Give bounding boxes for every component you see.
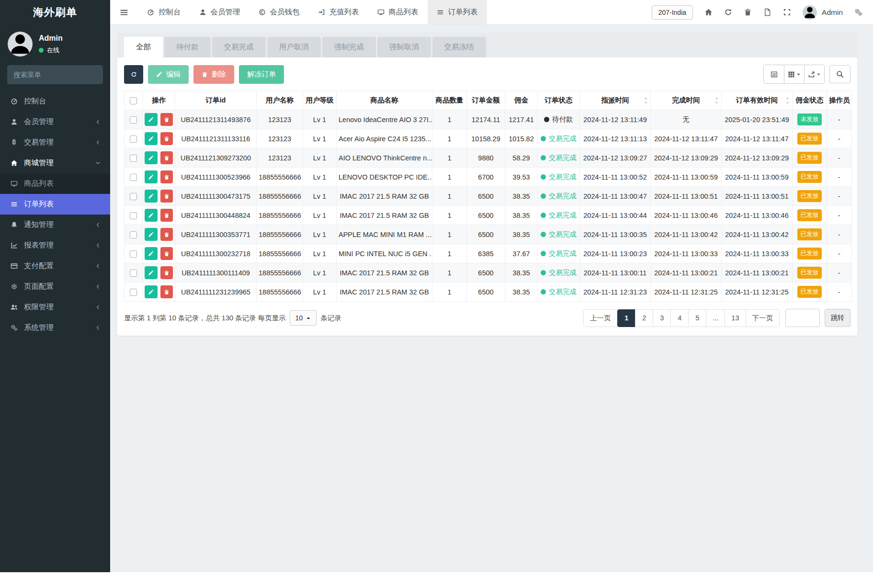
pencil-icon — [148, 117, 154, 123]
trash-icon — [164, 232, 170, 237]
page-button-2[interactable]: 2 — [635, 309, 653, 327]
row-checkbox[interactable] — [130, 174, 137, 181]
sort-icon[interactable] — [714, 96, 719, 105]
page-button-3[interactable]: 3 — [653, 309, 671, 327]
commission-status-badge: 已发放 — [797, 228, 822, 240]
tab-3[interactable]: 用户取消 — [267, 37, 321, 57]
page-button-...[interactable]: ... — [706, 309, 725, 327]
tab-2[interactable]: 交易完成 — [212, 37, 266, 57]
sidebar-item-notices[interactable]: 通知管理 — [0, 215, 110, 235]
row-delete-button[interactable] — [160, 190, 173, 203]
row-delete-button[interactable] — [160, 285, 173, 298]
jump-button[interactable]: 跳转 — [825, 309, 850, 327]
sidebar-item-products[interactable]: 商品列表 — [0, 173, 110, 194]
navbar-user[interactable]: Admin — [803, 5, 843, 20]
fullscreen-button[interactable] — [783, 8, 791, 16]
page-button-5[interactable]: 5 — [688, 309, 706, 327]
hamburger-button[interactable] — [110, 0, 138, 24]
sidebar-item-pageconfig[interactable]: 页面配置 — [0, 276, 110, 297]
row-edit-button[interactable] — [145, 190, 158, 203]
row-edit-button[interactable] — [145, 228, 158, 241]
select-all-checkbox[interactable] — [130, 97, 137, 104]
row-delete-button[interactable] — [160, 247, 173, 260]
row-edit-button[interactable] — [145, 209, 158, 222]
row-checkbox[interactable] — [130, 270, 137, 277]
settings-button[interactable] — [854, 8, 862, 16]
row-checkbox[interactable] — [130, 231, 137, 238]
sidebar-item-system[interactable]: 系统管理 — [0, 317, 110, 338]
unfreeze-order-button[interactable]: 解冻订单 — [239, 65, 284, 84]
sidebar-item-members[interactable]: 会员管理 — [0, 112, 110, 132]
operator-cell: - — [827, 206, 852, 225]
home-button[interactable] — [704, 8, 713, 16]
jump-page-input[interactable] — [785, 309, 820, 327]
row-delete-button[interactable] — [160, 266, 173, 279]
columns-button[interactable] — [784, 65, 804, 83]
sidebar-item-reports[interactable]: 报表管理 — [0, 235, 110, 256]
column-header[interactable]: 订单有效时间 — [722, 91, 793, 110]
row-checkbox[interactable] — [130, 116, 137, 124]
caret-up-icon — [306, 316, 311, 320]
tab-6[interactable]: 交易冻结 — [432, 37, 486, 57]
row-delete-button[interactable] — [160, 151, 173, 164]
export-button[interactable] — [804, 65, 824, 83]
delete-button[interactable]: 删除 — [193, 65, 234, 84]
operator-cell: - — [827, 148, 852, 168]
row-edit-button[interactable] — [145, 113, 158, 126]
region-badge[interactable]: 207-India — [652, 5, 693, 20]
nav-item-3[interactable]: 充值列表 — [309, 0, 368, 24]
row-delete-button[interactable] — [160, 228, 173, 241]
row-checkbox[interactable] — [130, 250, 137, 258]
nav-item-4[interactable]: 商品列表 — [368, 0, 428, 24]
nav-item-1[interactable]: 会员管理 — [190, 0, 249, 24]
row-checkbox[interactable] — [130, 136, 137, 143]
page-size-select[interactable]: 10 — [290, 310, 317, 326]
column-header[interactable]: 指派时间 — [580, 91, 651, 110]
column-header[interactable]: 完成时间 — [651, 91, 722, 110]
sidebar-item-orders[interactable]: 订单列表 — [0, 194, 110, 215]
row-checkbox[interactable] — [130, 289, 137, 296]
caret-down-icon — [816, 72, 821, 77]
tab-4[interactable]: 强制完成 — [322, 37, 376, 57]
refresh-table-button[interactable] — [124, 65, 143, 84]
prev-page-button[interactable]: 上一页 — [583, 309, 618, 327]
row-edit-button[interactable] — [145, 151, 158, 164]
row-delete-button[interactable] — [160, 132, 173, 145]
next-page-button[interactable]: 下一页 — [746, 309, 780, 327]
tab-5[interactable]: 强制取消 — [377, 37, 431, 57]
page-button-1[interactable]: 1 — [617, 309, 635, 327]
sort-icon[interactable] — [644, 96, 648, 105]
sidebar-item-dashboard[interactable]: 控制台 — [0, 91, 110, 112]
sort-icon[interactable] — [785, 96, 790, 105]
row-edit-button[interactable] — [145, 170, 158, 183]
row-edit-button[interactable] — [145, 132, 158, 145]
nav-item-2[interactable]: 会员钱包 — [249, 0, 309, 24]
nav-item-0[interactable]: 控制台 — [138, 0, 190, 24]
sidebar-item-trades[interactable]: 交易管理 — [0, 132, 110, 153]
row-delete-button[interactable] — [160, 113, 173, 126]
tab-0[interactable]: 全部 — [124, 37, 163, 57]
table-search-button[interactable] — [829, 65, 850, 83]
document-button[interactable] — [763, 8, 771, 16]
sidebar-search-input[interactable] — [7, 65, 103, 84]
refresh-page-button[interactable] — [724, 8, 732, 16]
sidebar-item-permissions[interactable]: 权限管理 — [0, 297, 110, 317]
nav-item-5[interactable]: 订单列表 — [428, 0, 487, 24]
edit-button[interactable]: 编辑 — [148, 65, 189, 84]
clear-cache-button[interactable] — [744, 8, 752, 16]
quantity-cell: 1 — [432, 263, 467, 283]
row-edit-button[interactable] — [145, 285, 158, 298]
tab-1[interactable]: 待付款 — [164, 37, 211, 57]
row-checkbox[interactable] — [130, 155, 137, 162]
row-edit-button[interactable] — [145, 247, 158, 260]
row-checkbox[interactable] — [130, 212, 137, 219]
row-delete-button[interactable] — [160, 209, 173, 222]
row-edit-button[interactable] — [145, 266, 158, 279]
row-delete-button[interactable] — [160, 170, 173, 183]
page-button-4[interactable]: 4 — [670, 309, 689, 327]
toggle-view-button[interactable] — [764, 65, 784, 83]
page-button-13[interactable]: 13 — [725, 309, 746, 327]
row-checkbox[interactable] — [130, 193, 137, 200]
sidebar-item-payment[interactable]: 支付配置 — [0, 256, 110, 276]
sidebar-item-mall[interactable]: 商城管理 — [0, 153, 110, 173]
